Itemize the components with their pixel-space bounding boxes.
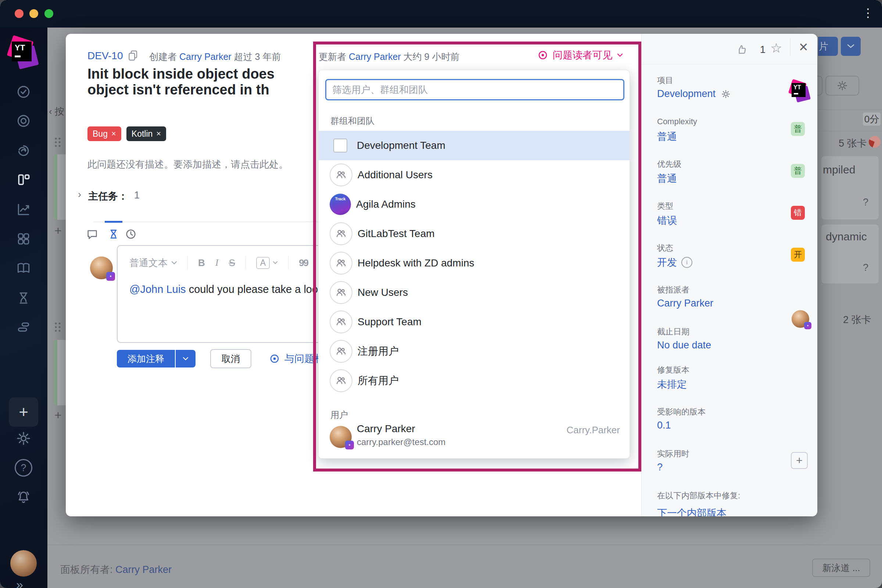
- field-value-type[interactable]: 错误: [657, 214, 677, 227]
- board-blue-button-fragment[interactable]: 片: [818, 37, 838, 56]
- group-option-development-team[interactable]: Development Team: [319, 131, 630, 160]
- new-swimlane-button[interactable]: 新泳道 ...: [812, 559, 870, 577]
- board-owner-link[interactable]: Carry Parker: [116, 564, 172, 575]
- dropdown-search-input[interactable]: [325, 79, 624, 100]
- add-card-button-fragment[interactable]: +: [54, 224, 62, 238]
- group-option[interactable]: Additional Users: [319, 160, 630, 190]
- tag-kotlin[interactable]: Kotlin ×: [126, 126, 166, 141]
- traffic-light-zoom[interactable]: [45, 9, 53, 18]
- gear-icon[interactable]: [721, 89, 731, 99]
- mention-link[interactable]: @John Luis: [129, 284, 186, 295]
- star-button[interactable]: ☆: [770, 40, 782, 56]
- board-blue-dropdown-button[interactable]: [841, 37, 861, 56]
- group-option[interactable]: 注册用户: [319, 337, 630, 366]
- group-option[interactable]: Helpdesk with ZD admins: [319, 248, 630, 278]
- field-value-fix-versions[interactable]: 未排定: [657, 378, 687, 391]
- parent-task-expander-icon[interactable]: ›: [78, 189, 81, 200]
- drag-handle-icon[interactable]: [54, 322, 63, 333]
- drag-handle-icon[interactable]: [54, 137, 63, 148]
- add-comment-dropdown-button[interactable]: [176, 350, 195, 368]
- description-placeholder[interactable]: 此问题还没有描述。要添加描述，请点击此处。: [87, 158, 288, 171]
- traffic-light-close[interactable]: [15, 9, 24, 18]
- board-card[interactable]: mpiled ?: [821, 156, 879, 220]
- sidebar-item-gantt[interactable]: [12, 316, 34, 338]
- sidebar-item-knowledge-base[interactable]: [12, 257, 34, 279]
- tab-activity[interactable]: [107, 228, 120, 242]
- add-comment-button[interactable]: 添加注释: [117, 350, 175, 368]
- cancel-button[interactable]: 取消: [210, 349, 251, 368]
- window-more-icon[interactable]: ⋮: [862, 6, 874, 20]
- cards-count: 5 张卡: [838, 137, 867, 150]
- card-estimate[interactable]: ?: [863, 262, 868, 273]
- user-option-carry-parker[interactable]: ✦ Carry Parker carry.parker@test.com Car…: [319, 422, 630, 454]
- traffic-light-minimize[interactable]: [29, 9, 38, 18]
- group-option[interactable]: GitLabTest Team: [319, 219, 630, 248]
- sidebar-item-dashboards-analytics[interactable]: [12, 198, 34, 220]
- parent-task-value[interactable]: 1: [134, 190, 140, 201]
- card-estimate[interactable]: ?: [863, 196, 868, 208]
- sidebar-item-timesheets[interactable]: [12, 287, 34, 309]
- created-author-link[interactable]: Carry Parker: [179, 51, 231, 62]
- user-avatar[interactable]: [10, 550, 37, 577]
- field-value-assignee[interactable]: Carry Parker: [657, 298, 713, 309]
- like-button[interactable]: [735, 44, 748, 56]
- field-value-priority[interactable]: 普通: [657, 172, 677, 185]
- sidebar-item-apps[interactable]: [12, 228, 34, 250]
- lifebuoy-icon: [15, 113, 32, 129]
- board-card-fragment[interactable]: [54, 154, 66, 220]
- issue-id-link[interactable]: DEV-10: [87, 50, 123, 62]
- tab-comments[interactable]: [86, 228, 99, 242]
- bold-button[interactable]: B: [198, 257, 205, 268]
- field-value-state[interactable]: 开发 i: [657, 256, 692, 269]
- parent-task-label: 主任务：: [88, 190, 128, 203]
- youtrack-logo[interactable]: YT: [7, 36, 40, 69]
- group-option[interactable]: Support Team: [319, 307, 630, 337]
- comment-bubble-icon: [86, 228, 99, 240]
- sidebar-item-agile-board[interactable]: [12, 169, 34, 191]
- field-value-fixed-in-build[interactable]: 下一个内部版本: [657, 506, 726, 516]
- sidebar-item-helpdesk[interactable]: [12, 110, 34, 132]
- type-badge: 错: [791, 206, 805, 220]
- group-option[interactable]: Track Agila Admins: [319, 190, 630, 219]
- field-value-affected-versions[interactable]: 0.1: [657, 420, 671, 431]
- tag-bug[interactable]: Bug ×: [87, 126, 121, 141]
- visibility-control[interactable]: 问题读者可见: [537, 48, 623, 62]
- add-work-button[interactable]: +: [791, 452, 808, 469]
- collapse-icon[interactable]: ‹: [49, 106, 52, 117]
- settings-button[interactable]: [12, 428, 34, 450]
- add-card-button-fragment[interactable]: +: [54, 408, 62, 422]
- sidebar-item-issues[interactable]: [12, 81, 34, 103]
- project-avatar[interactable]: YT: [789, 80, 811, 102]
- group-option[interactable]: 所有用户: [319, 366, 630, 395]
- issue-title[interactable]: Init block inside object does object isn…: [87, 66, 315, 98]
- help-button[interactable]: ?: [12, 457, 34, 479]
- copy-icon[interactable]: [128, 49, 138, 62]
- text-color-dropdown[interactable]: A: [256, 257, 278, 269]
- updated-author-link[interactable]: Carry Parker: [349, 51, 401, 62]
- board-card-fragment[interactable]: [54, 340, 66, 405]
- strikethrough-button[interactable]: S: [229, 257, 235, 268]
- card-title-fragment: dynamic: [826, 230, 867, 243]
- field-value-project[interactable]: Development: [657, 88, 731, 100]
- remove-tag-icon[interactable]: ×: [156, 129, 161, 138]
- quote-button[interactable]: 99: [299, 257, 308, 268]
- field-value-spent-time[interactable]: ?: [657, 462, 663, 473]
- tab-history[interactable]: [124, 228, 137, 242]
- close-button[interactable]: ×: [799, 38, 808, 56]
- remove-tag-icon[interactable]: ×: [111, 129, 116, 138]
- sidebar-item-reports[interactable]: [12, 140, 34, 162]
- group-option[interactable]: New Users: [319, 278, 630, 307]
- field-value-complexity[interactable]: 普通: [657, 130, 677, 143]
- info-icon[interactable]: i: [681, 257, 692, 268]
- field-value-due-date[interactable]: No due date: [657, 340, 711, 351]
- checkbox[interactable]: [333, 138, 347, 153]
- board-card[interactable]: dynamic ?: [821, 224, 879, 284]
- paragraph-style-dropdown[interactable]: 普通文本: [129, 256, 177, 269]
- italic-button[interactable]: I: [215, 257, 219, 268]
- expand-sidebar-button[interactable]: »: [16, 578, 23, 588]
- board-settings-button[interactable]: [825, 76, 859, 96]
- create-button[interactable]: +: [9, 397, 38, 427]
- group-icon: [330, 310, 352, 333]
- divider: [47, 544, 882, 545]
- notifications-button[interactable]: [12, 486, 34, 508]
